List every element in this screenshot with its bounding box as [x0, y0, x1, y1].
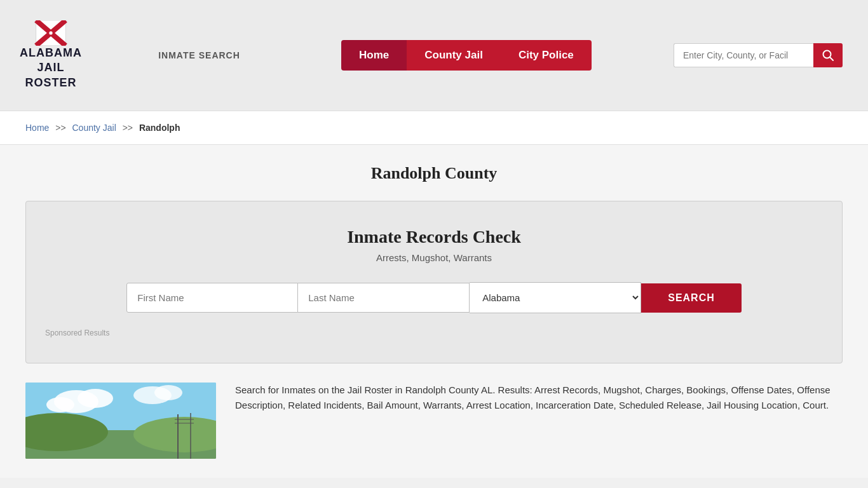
logo-image: ALABAMA JAIL ROSTER	[25, 20, 76, 90]
alabama-flag-icon	[29, 20, 73, 46]
svg-point-10	[46, 397, 74, 412]
breadcrumb-sep2: >>	[123, 123, 133, 133]
page-title: Randolph County	[25, 164, 843, 183]
records-check-subtitle: Arrests, Mugshot, Warrants	[45, 252, 823, 263]
sponsored-label: Sponsored Results	[45, 329, 823, 337]
records-search-button[interactable]: SEARCH	[641, 283, 742, 313]
header-search-input[interactable]	[674, 43, 813, 67]
header-search-button[interactable]	[813, 43, 843, 67]
inmate-search-link[interactable]: INMATE SEARCH	[158, 50, 240, 60]
last-name-input[interactable]	[298, 283, 470, 313]
svg-point-3	[49, 31, 52, 34]
breadcrumb-current: Randolph	[139, 123, 180, 133]
svg-line-5	[830, 57, 833, 60]
main-nav: Home County Jail City Police	[341, 40, 592, 71]
bottom-description: Search for Inmates on the Jail Roster in…	[235, 383, 843, 413]
search-icon	[822, 50, 834, 61]
svg-point-9	[78, 389, 113, 408]
logo-title-line2: JAIL ROSTER	[20, 60, 82, 90]
records-check-box: Inmate Records Check Arrests, Mugshot, W…	[25, 201, 843, 363]
first-name-input[interactable]	[126, 283, 298, 313]
header-search-area	[674, 43, 843, 67]
breadcrumb-bar: Home >> County Jail >> Randolph	[0, 111, 868, 145]
breadcrumb-home[interactable]: Home	[25, 123, 49, 133]
site-header: ALABAMA JAIL ROSTER INMATE SEARCH Home C…	[0, 0, 868, 111]
records-check-title: Inmate Records Check	[45, 227, 823, 247]
records-search-form: Alabama Alaska Arizona Arkansas Californ…	[45, 282, 823, 313]
county-image	[25, 383, 216, 459]
city-police-nav-button[interactable]: City Police	[501, 40, 592, 71]
logo-area: ALABAMA JAIL ROSTER	[25, 20, 76, 90]
breadcrumb-county-jail[interactable]: County Jail	[72, 123, 116, 133]
main-content: Randolph County Inmate Records Check Arr…	[0, 145, 868, 478]
landscape-image	[25, 383, 216, 459]
breadcrumb-sep1: >>	[55, 123, 65, 133]
bottom-section: Search for Inmates on the Jail Roster in…	[25, 383, 843, 459]
logo-title-line1: ALABAMA	[20, 46, 82, 60]
home-nav-button[interactable]: Home	[341, 40, 407, 71]
county-jail-nav-button[interactable]: County Jail	[407, 40, 501, 71]
breadcrumb: Home >> County Jail >> Randolph	[25, 123, 843, 133]
svg-point-12	[154, 385, 182, 400]
state-select[interactable]: Alabama Alaska Arizona Arkansas Californ…	[470, 282, 641, 313]
logo-text: ALABAMA JAIL ROSTER	[20, 46, 82, 90]
